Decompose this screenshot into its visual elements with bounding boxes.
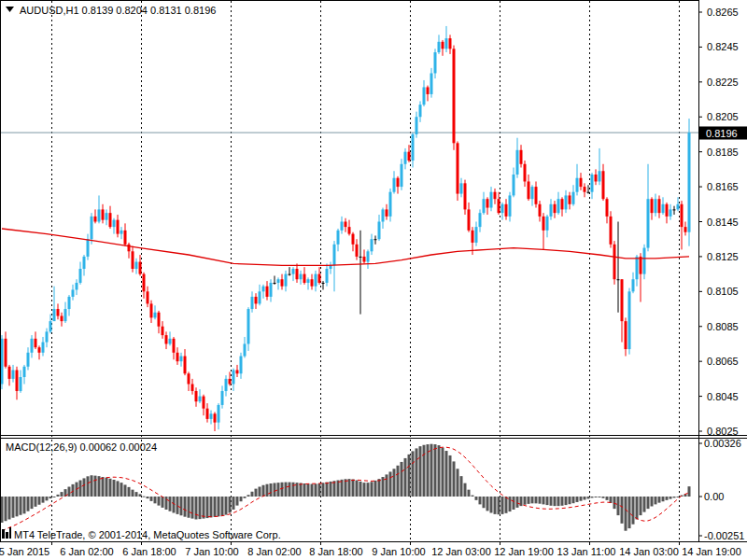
macd-bar <box>673 497 676 497</box>
macd-bar <box>655 497 657 504</box>
candle <box>27 353 30 367</box>
macd-bar <box>632 497 635 525</box>
macd-bar <box>35 497 37 507</box>
macd-bar <box>584 497 586 499</box>
macd-bar <box>251 492 254 497</box>
macd-bar <box>42 497 45 503</box>
candle <box>449 38 452 49</box>
candle <box>543 217 545 231</box>
macd-bar <box>68 487 71 497</box>
candle <box>658 199 661 213</box>
candle <box>404 152 407 164</box>
candle <box>490 192 493 208</box>
macd-bar <box>636 497 639 519</box>
candle <box>419 105 422 117</box>
macd-bar <box>318 483 321 497</box>
macd-bar <box>389 471 392 497</box>
candle <box>120 231 123 234</box>
macd-bar <box>669 497 672 499</box>
candle <box>673 209 676 210</box>
candle <box>565 195 568 209</box>
candle <box>382 209 385 221</box>
macd-bar <box>550 497 553 506</box>
candle <box>647 199 650 247</box>
candle <box>53 309 56 321</box>
candle <box>561 199 564 209</box>
candle <box>300 274 303 280</box>
macd-bar <box>23 497 26 513</box>
time-tick-label: 12 Jan 19:00 <box>494 546 554 557</box>
macd-bar <box>613 497 616 509</box>
macd-bar <box>12 497 15 518</box>
macd-bar <box>206 497 209 518</box>
price-tick-label: 0.8225 <box>707 77 739 88</box>
macd-bar <box>143 497 146 497</box>
macd-bar <box>16 497 19 516</box>
candle <box>524 164 527 182</box>
candle <box>42 343 45 353</box>
candle <box>38 347 41 353</box>
macd-bar <box>203 497 205 519</box>
candle <box>520 150 523 164</box>
macd-bar <box>475 497 478 500</box>
candle <box>613 245 616 279</box>
macd-bar <box>445 451 448 497</box>
time-tick-label: 13 Jan 11:00 <box>557 546 616 557</box>
macd-bar <box>38 497 41 505</box>
candle <box>150 303 153 317</box>
macd-bar <box>139 494 142 497</box>
candle <box>472 231 474 243</box>
macd-bar <box>106 478 108 497</box>
candle <box>139 262 142 274</box>
macd-bar <box>472 496 474 497</box>
macd-bar <box>240 497 243 501</box>
candle <box>576 178 579 192</box>
macd-bar <box>195 497 198 519</box>
candle <box>688 133 691 232</box>
macd-bar <box>285 483 288 497</box>
candle <box>550 204 553 217</box>
candle <box>154 313 157 318</box>
macd-bar <box>214 497 217 517</box>
macd-bar <box>255 489 258 497</box>
macd-bar <box>438 445 441 497</box>
candle <box>651 199 654 213</box>
candle <box>68 297 71 309</box>
macd-bar <box>330 482 332 497</box>
price-tick-label: 0.8245 <box>707 41 739 52</box>
candle <box>94 217 97 222</box>
macd-bar <box>259 487 261 497</box>
macd-bar <box>449 455 452 497</box>
candle <box>169 339 172 344</box>
candle <box>602 171 605 199</box>
candle <box>57 309 60 315</box>
macd-bar <box>311 484 314 497</box>
macd-bar <box>289 483 291 497</box>
mt4-chart-window: 0.82650.82450.82250.82050.81850.81650.81… <box>0 0 747 560</box>
candle <box>102 209 105 219</box>
candle <box>386 209 388 216</box>
price-tick-label: 0.8145 <box>707 217 739 228</box>
candle <box>348 227 351 233</box>
macd-bar <box>326 483 329 497</box>
macd-bar <box>180 497 183 515</box>
macd-bar <box>569 497 571 504</box>
candle <box>225 379 228 391</box>
macd-bar <box>120 483 123 497</box>
macd-bar <box>513 497 515 510</box>
macd-bar <box>509 497 512 511</box>
copyright: MT4 TeleTrade, © 2001-2014, MetaQuotes S… <box>2 527 281 540</box>
candle <box>475 227 478 243</box>
candle <box>292 269 295 274</box>
candle <box>486 199 489 207</box>
candle <box>595 175 598 181</box>
candle <box>494 192 497 199</box>
candle <box>266 287 269 297</box>
candle <box>318 274 321 283</box>
candle <box>46 331 49 342</box>
macd-bar <box>218 497 220 516</box>
candle <box>98 209 101 221</box>
macd-bar <box>460 476 463 497</box>
candle <box>240 357 243 374</box>
macd-bar <box>688 486 691 497</box>
